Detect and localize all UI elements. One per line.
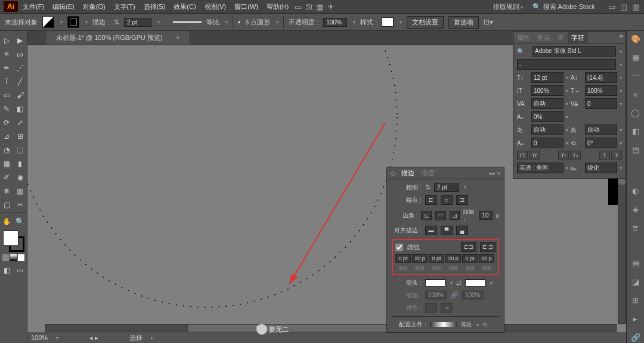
tab-character[interactable]: 字符 (568, 32, 588, 43)
rotate-input[interactable]: 0° (585, 138, 617, 148)
links-panel-icon[interactable]: 🔗 (629, 332, 642, 343)
transform-panel-icon[interactable]: ⊞ (629, 295, 642, 306)
superscript-button[interactable]: T¹ (558, 151, 569, 160)
eyedropper-tool[interactable]: ✐ (0, 170, 14, 184)
font-family-select[interactable]: Adobe 宋体 Std L (532, 46, 616, 57)
menu-help[interactable]: 帮助(H) (263, 1, 292, 13)
opacity-input[interactable]: 100% (323, 18, 347, 27)
tab-libraries[interactable]: 库 (554, 32, 568, 43)
zoom-level[interactable]: 100% (31, 334, 48, 341)
document-tab[interactable]: 未标题-1* @ 100% (RGB/GPU 预览)× (47, 31, 189, 45)
draw-mode[interactable]: ◧ (0, 263, 14, 277)
gap-input-1[interactable]: 20 p (445, 254, 461, 263)
menu-view[interactable]: 视图(V) (201, 1, 230, 13)
tab-properties[interactable]: 属性 (513, 32, 534, 43)
dash-input-1[interactable]: 0 pt (429, 254, 444, 263)
menu-edit[interactable]: 编辑(E) (49, 1, 78, 13)
corner-round-button[interactable]: ◠ (435, 211, 446, 220)
corner-miter-button[interactable]: ◺ (421, 211, 432, 220)
color-mode-icon[interactable] (2, 254, 9, 261)
font-size-input[interactable]: 12 pt (531, 72, 564, 83)
kerning-input[interactable]: 自动 (531, 98, 564, 109)
stock-search[interactable]: 🔍搜索 Adobe Stock (532, 2, 595, 11)
allcaps-button[interactable]: TT (517, 151, 528, 160)
tab-gradient[interactable]: 渐变 (418, 167, 438, 179)
brushes-panel-icon[interactable]: 〰 (629, 70, 642, 82)
language-select[interactable]: 英语 : 美国 (517, 163, 564, 173)
align-center-button[interactable]: ▬ (425, 226, 437, 235)
artboard-tool[interactable]: ▢ (0, 198, 14, 211)
rectangle-tool[interactable]: ▭ (0, 88, 14, 102)
brush-tool[interactable]: 🖌 (14, 88, 27, 102)
fill-swatch[interactable] (42, 16, 54, 28)
arrow-scale1[interactable]: 100% (425, 291, 447, 300)
line-tool[interactable]: ╱ (14, 74, 27, 88)
shift-input[interactable]: 0 (531, 138, 564, 148)
type-tool[interactable]: T (0, 74, 14, 88)
menu-text[interactable]: 文字(T) (110, 1, 139, 13)
stroke-weight-input[interactable]: 2 pt (124, 18, 151, 27)
dash-input-0[interactable]: 0 pt (395, 254, 411, 263)
corner-bevel-button[interactable]: ◿ (450, 211, 460, 220)
align-panel-icon[interactable]: ▤ (629, 258, 642, 269)
doc-setup-button[interactable]: 文档设置 (407, 16, 444, 29)
swatches-panel-icon[interactable]: ▦ (629, 52, 642, 63)
menu-window[interactable]: 窗口(W) (231, 1, 262, 13)
layout-default-icon[interactable]: ▭ (607, 2, 617, 11)
cap-round-button[interactable]: ⊂ (441, 195, 453, 205)
arrow-scale2[interactable]: 100% (462, 291, 484, 300)
align-outside-button[interactable]: ▄ (456, 226, 468, 235)
none-mode-icon[interactable] (18, 254, 24, 261)
gap-input-0[interactable]: 20 p (412, 254, 428, 263)
stock-icon[interactable]: St (304, 2, 314, 11)
gradient-tool[interactable]: ▮ (14, 157, 27, 170)
menu-effect[interactable]: 效果(C) (170, 1, 199, 13)
layout-multi-icon[interactable]: ▥ (631, 2, 640, 11)
profile-select[interactable] (430, 322, 457, 327)
stroke-swatch[interactable] (67, 16, 79, 28)
tab-layers[interactable]: 图层 (534, 32, 554, 43)
curvature-tool[interactable]: ⋰ (14, 61, 27, 74)
weight-input[interactable]: 2 pt (434, 183, 459, 192)
symbol-sprayer-tool[interactable]: ❋ (0, 184, 14, 198)
layers-panel-icon[interactable]: ≣ (629, 222, 642, 233)
arrange-icon[interactable]: ▦ (315, 2, 324, 11)
width-tool[interactable]: ⊿ (0, 129, 14, 143)
aki2-input[interactable]: 自动 (585, 124, 617, 135)
hscale-input[interactable]: 100% (585, 85, 617, 96)
menu-select[interactable]: 选择(S) (140, 1, 169, 13)
limit-input[interactable]: 10 (479, 211, 492, 220)
pen-tool[interactable]: ✒ (0, 61, 14, 74)
slice-tool[interactable]: ✂ (14, 198, 27, 211)
aki-input[interactable]: 自动 (531, 124, 564, 135)
symbols-panel-icon[interactable]: ⍟ (629, 89, 642, 100)
close-tab-icon[interactable]: × (171, 32, 184, 43)
gpu-icon[interactable]: ✈ (326, 2, 335, 11)
perspective-tool[interactable]: ⬚ (14, 143, 27, 157)
menu-file[interactable]: 文件(F) (19, 1, 48, 13)
gap-input-2[interactable]: 20 p (479, 254, 494, 263)
shape-builder-tool[interactable]: ◔ (0, 143, 14, 157)
layout-frame-icon[interactable]: ◫ (619, 2, 628, 11)
subscript-button[interactable]: T₁ (570, 151, 581, 160)
status-selection[interactable]: 选择 (129, 333, 143, 342)
tracking-input[interactable]: 0 (585, 98, 617, 109)
cap-square-button[interactable]: ⊐ (456, 195, 468, 205)
free-transform-tool[interactable]: ⊞ (14, 129, 27, 143)
cap-butt-button[interactable]: ⊏ (425, 195, 437, 205)
underline-button[interactable]: T (599, 151, 610, 160)
pathfinder-panel-icon[interactable]: ◪ (629, 276, 642, 288)
graphic-styles-panel-icon[interactable]: ◈ (629, 204, 642, 215)
scale-tool[interactable]: ⤢ (14, 116, 27, 129)
prefs-button[interactable]: 首选项 (448, 16, 479, 29)
mesh-tool[interactable]: ▦ (0, 157, 14, 170)
transparency-panel-icon[interactable]: ▤ (629, 144, 642, 155)
align-popup-icon[interactable]: ⊡▾ (484, 18, 493, 26)
fill-stroke-control[interactable] (3, 230, 24, 252)
arrow-end-select[interactable] (465, 279, 485, 286)
arrow-align1[interactable]: → (425, 303, 437, 313)
baseline-input[interactable]: 0% (531, 111, 564, 122)
strikethrough-button[interactable]: Ŧ (611, 151, 622, 160)
lasso-tool[interactable]: ᔕ (14, 47, 27, 61)
hand-tool[interactable]: ✋ (0, 214, 14, 228)
